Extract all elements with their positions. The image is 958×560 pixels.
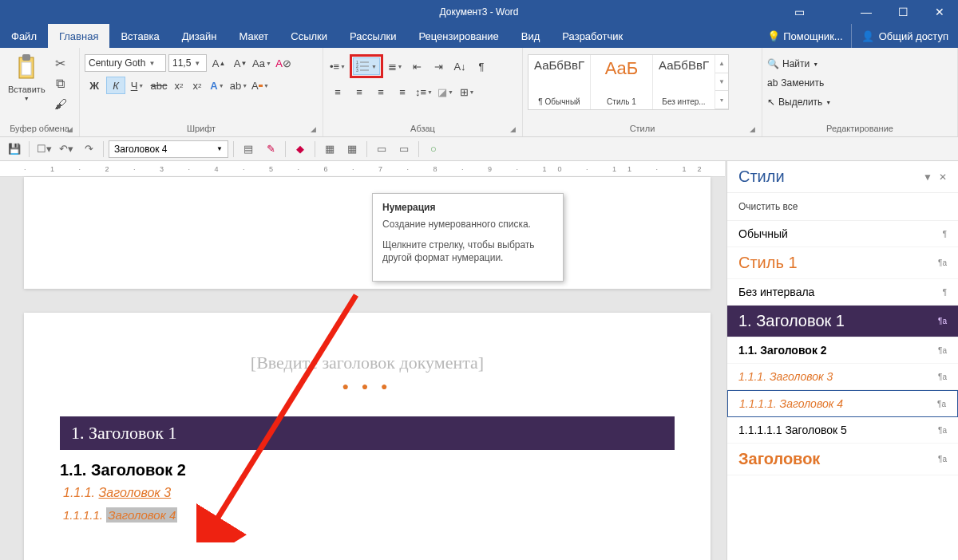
qat-icon-8[interactable]: ○ [424,140,443,158]
decrease-indent-button[interactable]: ⇤ [407,57,426,75]
underline-button[interactable]: Ч▼ [128,77,147,94]
style-item-2[interactable]: Без интервала¶ [727,279,958,306]
ribbon-display-options-icon[interactable]: ▭ [787,0,811,24]
select-button[interactable]: ↖Выделить▼ [767,94,831,110]
bullets-button[interactable]: •≡▼ [328,57,347,75]
tab-view[interactable]: Вид [510,24,552,48]
style-style1[interactable]: АаБ Стиль 1 [591,55,653,109]
tab-layout[interactable]: Макет [228,24,279,48]
group-label-clipboard: Буфер обмена◢ [5,122,74,135]
styles-gallery-more[interactable]: ▲▼▾ [715,55,728,109]
clear-formatting-button[interactable]: A⊘ [274,54,293,72]
align-left-button[interactable]: ≡ [328,83,347,101]
italic-button[interactable]: К [106,77,125,94]
font-size-combo[interactable]: 11,5▼ [168,54,207,72]
style-item-5[interactable]: 1.1.1. Заголовок 3¶a [727,364,958,390]
tab-insert[interactable]: Вставка [109,24,170,48]
tab-mailings[interactable]: Рассылки [338,24,407,48]
style-normal[interactable]: АаБбВвГ ¶ Обычный [528,55,591,109]
style-nospacing[interactable]: АаБбВвГ Без интер... [653,55,715,109]
document-page[interactable]: [Введите заголовок документа] ● ● ● 1. З… [24,313,711,560]
sort-button[interactable]: A↓ [450,57,469,75]
replace-button[interactable]: abЗаменить [767,75,831,91]
tab-home[interactable]: Главная [48,24,109,48]
title-placeholder[interactable]: [Введите заголовок документа] [60,353,675,373]
subscript-button[interactable]: x2 [171,77,187,94]
heading-4[interactable]: 1.1.1.1. Заголовок 4 [63,508,675,522]
close-button[interactable]: ✕ [921,0,958,24]
pane-close-icon[interactable]: ✕ [939,172,947,183]
redo-icon[interactable]: ↷ [79,140,98,158]
align-center-button[interactable]: ≡ [350,83,369,101]
dialog-launcher-icon[interactable]: ◢ [311,125,316,133]
find-button[interactable]: 🔍Найти▼ [767,56,831,72]
cut-button[interactable]: ✂ [52,54,69,72]
tab-developer[interactable]: Разработчик [551,24,634,48]
clear-all-button[interactable]: Очистить все [727,193,958,221]
styles-gallery[interactable]: АаБбВвГ ¶ Обычный АаБ Стиль 1 АаБбВвГ Бе… [528,54,729,110]
highlight-button[interactable]: ab▼ [229,77,248,94]
tell-me[interactable]: 💡 Помощник... [759,24,850,48]
qat-icon-4[interactable]: ▦ [320,140,339,158]
qat-icon-2[interactable]: ✎ [261,140,280,158]
line-spacing-button[interactable]: ↕≡▼ [414,83,433,101]
justify-button[interactable]: ≡ [393,83,412,101]
dialog-launcher-icon[interactable]: ◢ [750,125,755,133]
multilevel-list-button[interactable]: ≣▼ [386,57,405,75]
styles-list[interactable]: Обычный¶Стиль 1¶aБез интервала¶1. Заголо… [727,221,958,560]
style-item-6[interactable]: 1.1.1.1. Заголовок 4¶a [727,390,958,417]
qat-icon-6[interactable]: ▭ [372,140,391,158]
share-button[interactable]: 👤 Общий доступ [851,24,958,48]
text-effects-button[interactable]: A▼ [208,77,227,94]
tab-references[interactable]: Ссылки [279,24,338,48]
undo-icon[interactable]: ↶▾ [57,140,76,158]
qat-icon-1[interactable]: ▤ [239,140,258,158]
tab-review[interactable]: Рецензирование [407,24,509,48]
copy-button[interactable]: ⧉ [52,75,69,93]
styles-pane-header: Стили ▼✕ [727,161,958,193]
ribbon-tabs: Файл Главная Вставка Дизайн Макет Ссылки… [0,24,958,48]
pane-options-icon[interactable]: ▼ [923,172,932,183]
heading-2[interactable]: 1.1. Заголовок 2 [60,461,675,479]
minimize-button[interactable]: — [848,0,885,24]
group-label-styles: Стили◢ [528,122,757,135]
tab-design[interactable]: Дизайн [171,24,228,48]
show-marks-button[interactable]: ¶ [472,57,491,75]
shading-button[interactable]: ◪▼ [436,83,455,101]
heading-1[interactable]: 1. Заголовок 1 [60,416,675,450]
qat-new-icon[interactable]: ☐▾ [34,140,53,158]
qat-icon-7[interactable]: ▭ [394,140,414,158]
dialog-launcher-icon[interactable]: ◢ [510,125,516,133]
font-color-button[interactable]: A▼ [251,77,270,94]
style-combo[interactable]: Заголовок 4▼ [109,140,228,158]
dialog-launcher-icon[interactable]: ◢ [67,125,73,133]
maximize-button[interactable]: ☐ [885,0,921,24]
paste-button[interactable]: Вставить ▼ [5,51,49,103]
horizontal-ruler[interactable]: · 1 · 2 · 3 · 4 · 5 · 6 · 7 · 8 · 9 · 10… [0,161,725,177]
qat-icon-5[interactable]: ▦ [342,140,362,158]
align-right-button[interactable]: ≡ [371,83,390,101]
increase-indent-button[interactable]: ⇥ [429,57,448,75]
style-item-1[interactable]: Стиль 1¶a [727,247,958,279]
borders-button[interactable]: ⊞▼ [457,83,477,101]
font-name-combo[interactable]: Century Goth▼ [85,54,166,72]
group-styles: АаБбВвГ ¶ Обычный АаБ Стиль 1 АаБбВвГ Бе… [523,48,762,136]
tab-file[interactable]: Файл [0,24,48,48]
superscript-button[interactable]: x2 [189,77,205,94]
shrink-font-button[interactable]: A▼ [231,54,250,72]
style-item-3[interactable]: 1. Заголовок 1¶a [727,306,958,337]
style-item-label: 1.1. Заголовок 2 [738,344,827,357]
grow-font-button[interactable]: A▲ [209,54,228,72]
qat-icon-3[interactable]: ◆ [291,140,310,158]
style-item-7[interactable]: 1.1.1.1.1 Заголовок 5¶a [727,417,958,444]
style-item-4[interactable]: 1.1. Заголовок 2¶a [727,337,958,364]
numbering-button[interactable]: 123 ▼ [353,57,380,75]
save-icon[interactable]: 💾 [5,140,24,158]
change-case-button[interactable]: Aa▼ [252,54,271,72]
format-painter-button[interactable]: 🖌 [52,96,69,113]
heading-3[interactable]: 1.1.1. Заголовок 3 [63,486,675,500]
bold-button[interactable]: Ж [85,77,104,94]
strikethrough-button[interactable]: abc [149,77,168,94]
style-item-8[interactable]: Заголовок¶a [727,444,958,475]
style-item-0[interactable]: Обычный¶ [727,221,958,247]
